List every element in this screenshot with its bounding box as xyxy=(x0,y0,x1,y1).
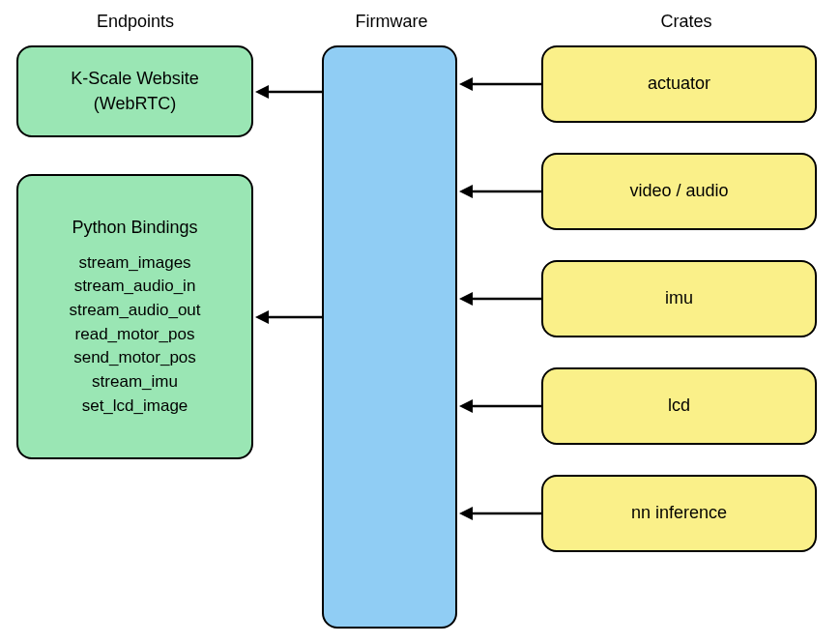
arrow-actuator-to-firmware xyxy=(457,74,543,94)
endpoints-header: Endpoints xyxy=(77,12,193,32)
arrow-nn-inference-to-firmware xyxy=(457,504,543,523)
python-item-stream-audio-out: stream_audio_out xyxy=(69,299,200,323)
python-bindings-box: Python Bindings stream_images stream_aud… xyxy=(16,174,253,459)
python-bindings-title: Python Bindings xyxy=(72,216,197,240)
arrow-imu-to-firmware xyxy=(457,289,543,308)
crates-header: Crates xyxy=(628,12,744,32)
kscale-box: K-Scale Website (WebRTC) xyxy=(16,45,253,137)
crate-lcd: lcd xyxy=(541,367,817,445)
kscale-title-line1: K-Scale Website xyxy=(71,67,199,91)
firmware-box xyxy=(322,45,457,629)
arrow-firmware-to-kscale xyxy=(253,82,324,102)
arrow-lcd-to-firmware xyxy=(457,396,543,416)
kscale-title-line2: (WebRTC) xyxy=(94,92,176,116)
crate-imu-label: imu xyxy=(665,286,693,310)
python-item-set-lcd-image: set_lcd_image xyxy=(69,395,200,419)
python-item-send-motor-pos: send_motor_pos xyxy=(69,346,200,370)
crate-nn-inference-label: nn inference xyxy=(631,501,727,525)
python-item-stream-audio-in: stream_audio_in xyxy=(69,275,200,299)
crate-imu: imu xyxy=(541,260,817,337)
crate-actuator-label: actuator xyxy=(648,72,710,96)
firmware-header: Firmware xyxy=(333,12,449,32)
crate-lcd-label: lcd xyxy=(668,394,690,418)
python-item-stream-imu: stream_imu xyxy=(69,370,200,395)
python-item-stream-images: stream_images xyxy=(69,251,200,276)
arrow-firmware-to-python xyxy=(253,307,324,327)
crate-actuator: actuator xyxy=(541,45,817,123)
crate-video-audio: video / audio xyxy=(541,153,817,230)
crate-nn-inference: nn inference xyxy=(541,475,817,552)
crate-video-audio-label: video / audio xyxy=(629,179,728,203)
python-bindings-items: stream_images stream_audio_in stream_aud… xyxy=(69,251,200,418)
arrow-video-audio-to-firmware xyxy=(457,182,543,201)
python-item-read-motor-pos: read_motor_pos xyxy=(69,323,200,347)
